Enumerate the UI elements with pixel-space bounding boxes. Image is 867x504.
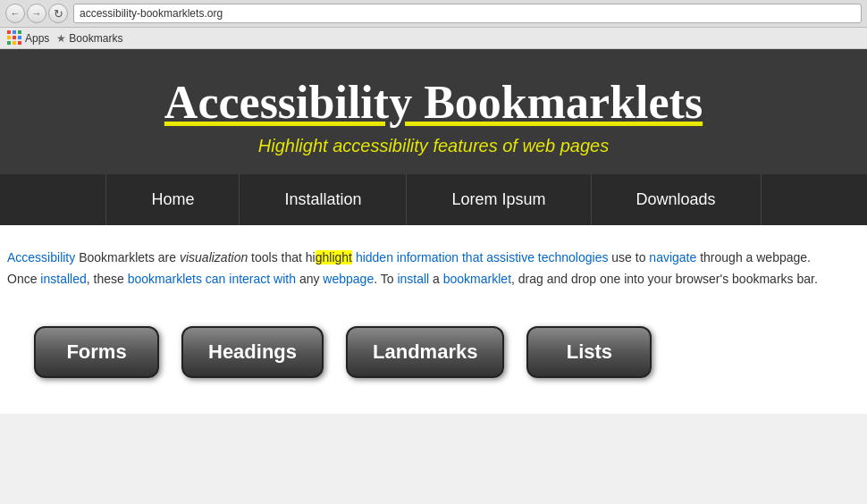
bookmarks-item[interactable]: ★ Bookmarks [56,32,122,45]
word-with: with [274,272,296,286]
website: Accessibility Bookmarklets Highlight acc… [0,49,867,414]
word-navigate: navigate [649,250,696,265]
browser-chrome: ← → ↻ accessibility-bookmarklets.org App… [0,0,867,49]
word-that: that [462,250,483,265]
word-assistive: assistive [486,250,535,265]
intro-line2: Once installed, these bookmarklets can i… [7,272,818,286]
forms-button[interactable]: Forms [34,326,159,378]
nav-item-lorem[interactable]: Lorem Ipsum [407,174,591,225]
intro-text: Accessibility Bookmarklets are visualiza… [7,248,860,290]
address-text: accessibility-bookmarklets.org [80,7,223,20]
nav-item-installation[interactable]: Installation [240,174,407,225]
highlight-light: ghlight [316,250,352,265]
site-subtitle: Highlight accessibility features of web … [0,136,867,156]
word-accessibility: Accessibility [7,250,75,265]
word-can: can [206,272,226,286]
site-header: Accessibility Bookmarklets Highlight acc… [0,49,867,174]
apps-grid-icon [7,30,22,46]
headings-button[interactable]: Headings [181,326,324,378]
bookmarks-bar: Apps ★ Bookmarks [0,28,867,48]
lists-button[interactable]: Lists [526,326,652,378]
word-tech: technologies [538,250,609,265]
bookmarklet-buttons: Forms Headings Landmarks Lists [7,317,860,387]
apps-link[interactable]: Apps [7,30,49,46]
apps-label: Apps [25,32,49,45]
site-content: Accessibility Bookmarklets are visualiza… [0,225,867,414]
bookmarks-label: Bookmarks [69,32,122,45]
word-information: information [397,250,459,265]
word-visualization: visualization [180,250,248,265]
word-webpage: webpage [323,272,374,286]
nav-item-home[interactable]: Home [105,174,240,225]
word-bookmarklets: bookmarklets [128,272,202,286]
star-icon: ★ [56,32,66,45]
word-install: install [397,272,429,286]
reload-button[interactable]: ↻ [48,4,68,23]
nav-item-downloads[interactable]: Downloads [592,174,762,225]
browser-toolbar: ← → ↻ accessibility-bookmarklets.org [0,0,867,28]
address-bar[interactable]: accessibility-bookmarklets.org [73,4,862,23]
word-interact: interact [229,272,270,286]
word-hidden: hidden [356,250,393,265]
intro-line1: Accessibility Bookmarklets are visualiza… [7,250,811,265]
word-installed: installed [40,272,86,286]
word-bookmarklet: bookmarklet [443,272,511,286]
forward-button[interactable]: → [27,4,46,23]
back-button[interactable]: ← [5,4,25,23]
landmarks-button[interactable]: Landmarks [346,326,504,378]
nav-buttons: ← → ↻ [5,4,68,23]
site-nav: Home Installation Lorem Ipsum Downloads [0,174,867,225]
site-title: Accessibility Bookmarklets [0,76,867,132]
